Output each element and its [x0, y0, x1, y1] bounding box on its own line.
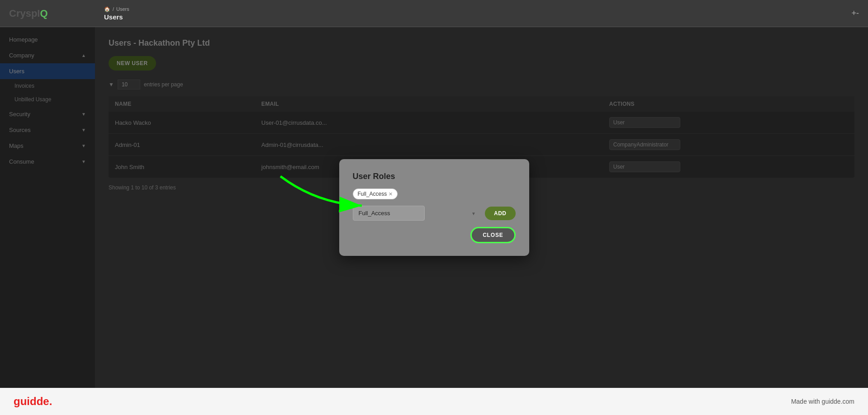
add-role-button[interactable]: ADD: [485, 207, 516, 220]
tags-row: Full_Access ✕: [353, 189, 516, 199]
modal-dropdown-row: Full_Access User CompanyAdministrator Re…: [353, 206, 516, 221]
role-select-dropdown[interactable]: Full_Access User CompanyAdministrator Re…: [353, 206, 425, 221]
close-modal-button[interactable]: CLOSE: [470, 227, 515, 243]
guidde-logo: guidde.: [14, 395, 52, 408]
breadcrumb-separator: /: [113, 6, 114, 12]
window-controls[interactable]: +-: [851, 9, 859, 18]
app-logo: CryspIQ: [9, 8, 48, 19]
footer-tagline: Made with guidde.com: [791, 398, 854, 405]
role-tag: Full_Access ✕: [353, 189, 398, 199]
user-roles-modal: User Roles Full_Access ✕ Full_Access Use…: [339, 159, 529, 256]
tag-close-icon[interactable]: ✕: [389, 191, 393, 197]
footer: guidde. Made with guidde.com: [0, 388, 868, 415]
tag-label: Full_Access: [358, 191, 387, 197]
breadcrumb-current: Users: [116, 6, 129, 12]
modal-overlay: User Roles Full_Access ✕ Full_Access Use…: [0, 27, 868, 388]
breadcrumb-home-icon: 🏠: [104, 6, 110, 12]
page-title: Users: [104, 13, 851, 21]
modal-footer: CLOSE: [353, 227, 516, 243]
breadcrumb: 🏠 / Users: [104, 6, 851, 12]
role-select-wrapper: Full_Access User CompanyAdministrator Re…: [353, 206, 481, 221]
header: CryspIQ 🏠 / Users Users +-: [0, 0, 868, 27]
modal-title: User Roles: [353, 172, 516, 181]
